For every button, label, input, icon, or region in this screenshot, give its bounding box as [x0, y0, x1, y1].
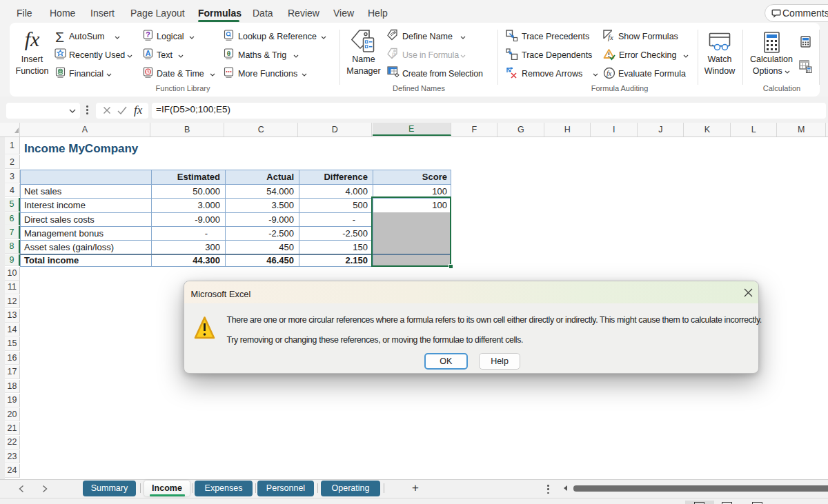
svg-text:fx: fx	[608, 33, 613, 41]
svg-text:θ: θ	[227, 50, 231, 57]
svg-text:fx: fx	[392, 51, 396, 57]
svg-text:fx: fx	[607, 70, 612, 77]
svg-text:A: A	[146, 49, 151, 57]
svg-text:?: ?	[146, 30, 150, 39]
